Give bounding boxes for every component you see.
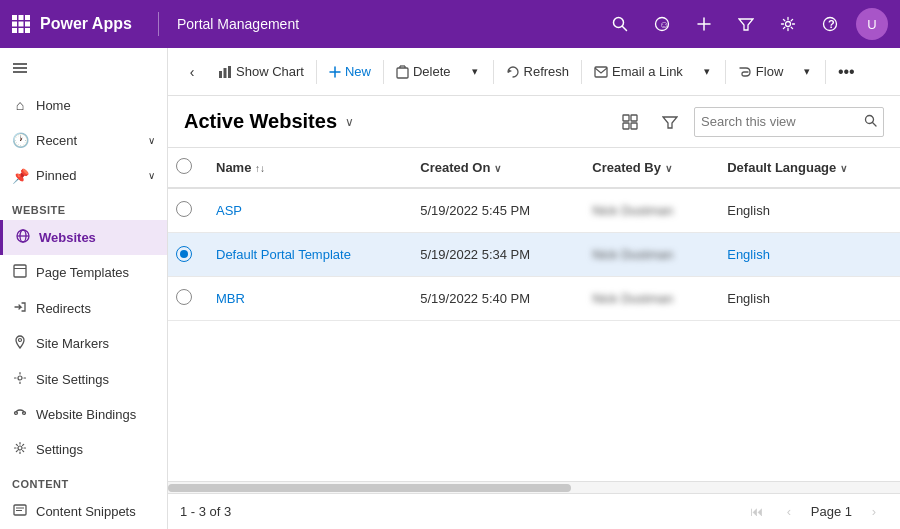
content-snippets-icon [12,503,28,520]
more-options-button[interactable]: ••• [830,56,862,88]
sidebar-item-site-settings[interactable]: Site Settings [0,361,167,396]
defaultlang-sort-icon: ∨ [840,163,847,174]
pinned-icon: 📌 [12,168,28,184]
sidebar-item-pinned[interactable]: 📌 Pinned ∨ [0,158,167,193]
row3-name[interactable]: MBR [204,276,408,320]
flow-button[interactable]: Flow [730,56,791,88]
sidebar-item-content-snippets[interactable]: Content Snippets [0,494,167,529]
sidebar-item-site-markers[interactable]: Site Markers [0,326,167,361]
delete-dropdown[interactable]: ▾ [461,56,489,88]
nav-divider [158,12,159,36]
svg-rect-1 [19,15,24,20]
header-checkbox-col [168,148,204,188]
help-icon[interactable]: ? [814,8,846,40]
svg-point-27 [19,339,22,342]
refresh-button[interactable]: Refresh [498,56,578,88]
email-link-button[interactable]: Email a Link [586,56,691,88]
row3-created-on: 5/19/2022 5:40 PM [408,276,580,320]
toolbar-divider-6 [825,60,826,84]
toolbar: ‹ Show Chart New Delete ▾ Refresh [168,48,900,96]
sidebar-home-label: Home [36,98,71,113]
sidebar-item-websites[interactable]: Websites [0,220,167,255]
feedback-icon[interactable]: ☺ [646,8,678,40]
filter-view-icon[interactable] [654,106,686,138]
sidebar-item-website-bindings[interactable]: Website Bindings [0,397,167,432]
add-icon[interactable] [688,8,720,40]
pagination: ⏮ ‹ Page 1 › [743,498,888,526]
row1-created-on: 5/19/2022 5:45 PM [408,188,580,232]
header-created-by[interactable]: Created By ∨ [580,148,715,188]
back-button[interactable]: ‹ [176,56,208,88]
row2-circle[interactable] [176,246,192,262]
flow-dropdown[interactable]: ▾ [793,56,821,88]
svg-line-10 [623,27,627,31]
row2-created-by: Nick Dustman [580,232,715,276]
search-box[interactable] [694,107,884,137]
sidebar-pinned-label: Pinned [36,168,76,183]
sidebar-item-redirects[interactable]: Redirects [0,290,167,325]
svg-rect-5 [25,22,30,27]
svg-rect-7 [19,28,24,33]
scrollbar-thumb[interactable] [168,484,571,492]
select-all-circle[interactable] [176,158,192,174]
sidebar-page-templates-label: Page Templates [36,265,129,280]
header-created-on[interactable]: Created On ∨ [408,148,580,188]
show-chart-button[interactable]: Show Chart [210,56,312,88]
search-input[interactable] [701,114,860,129]
svg-rect-35 [219,71,222,78]
user-avatar[interactable]: U [856,8,888,40]
row3-default-language: English [715,276,900,320]
filter-icon[interactable] [730,8,762,40]
table-header-row: Name ↑↓ Created On ∨ Created By ∨ D [168,148,900,188]
table-row: MBR 5/19/2022 5:40 PM Nick Dustman Engli… [168,276,900,320]
header-default-language[interactable]: Default Language ∨ [715,148,900,188]
data-table: Name ↑↓ Created On ∨ Created By ∨ D [168,148,900,321]
site-markers-icon [12,335,28,352]
hamburger-menu[interactable] [0,48,167,87]
footer: 1 - 3 of 3 ⏮ ‹ Page 1 › [168,493,900,529]
svg-rect-46 [623,115,629,121]
new-button[interactable]: New [321,56,379,88]
svg-rect-0 [12,15,17,20]
sidebar-item-home[interactable]: ⌂ Home [0,87,167,122]
row2-name[interactable]: Default Portal Template [204,232,408,276]
svg-rect-47 [631,115,637,121]
view-settings-icon[interactable] [614,106,646,138]
header-name[interactable]: Name ↑↓ [204,148,408,188]
sidebar-item-page-templates[interactable]: Page Templates [0,255,167,290]
page-label: Page 1 [807,504,856,519]
redirects-icon [12,300,28,317]
prev-page-button[interactable]: ‹ [775,498,803,526]
toolbar-divider-5 [725,60,726,84]
createdon-sort-icon: ∨ [494,163,501,174]
page-templates-icon [12,264,28,281]
horizontal-scrollbar[interactable] [168,481,900,493]
table-container: Name ↑↓ Created On ∨ Created By ∨ D [168,148,900,481]
settings-icon[interactable] [772,8,804,40]
row1-name[interactable]: ASP [204,188,408,232]
row2-checkbox[interactable] [168,232,204,276]
main-layout: ⌂ Home 🕐 Recent ∨ 📌 Pinned ∨ Website Web… [0,48,900,529]
websites-icon [15,229,31,246]
view-title-chevron[interactable]: ∨ [345,115,354,129]
first-page-button[interactable]: ⏮ [743,498,771,526]
svg-text:☺: ☺ [659,19,669,30]
app-title: Portal Management [177,16,299,32]
search-icon[interactable] [604,8,636,40]
row3-checkbox[interactable] [168,276,204,320]
pinned-expand-icon: ∨ [148,170,155,181]
next-page-button[interactable]: › [860,498,888,526]
sidebar-websites-label: Websites [39,230,96,245]
table-row: ASP 5/19/2022 5:45 PM Nick Dustman Engli… [168,188,900,232]
sidebar-section-website: Website [0,194,167,220]
svg-rect-4 [19,22,24,27]
sidebar-item-recent[interactable]: 🕐 Recent ∨ [0,123,167,158]
email-link-dropdown[interactable]: ▾ [693,56,721,88]
svg-rect-45 [595,67,607,77]
row1-circle[interactable] [176,201,192,217]
sidebar-item-settings[interactable]: Settings [0,432,167,467]
app-grid-icon[interactable] [12,15,30,33]
row1-checkbox[interactable] [168,188,204,232]
delete-button[interactable]: Delete [388,56,459,88]
row3-circle[interactable] [176,289,192,305]
